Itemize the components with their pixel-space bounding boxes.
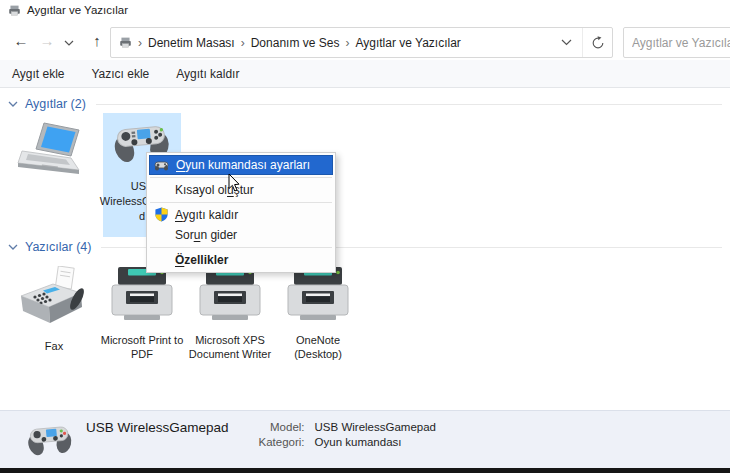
printer-tile-fax[interactable]: Fax: [10, 262, 98, 372]
printers-row: Fax Microsoft Print toPDF: [10, 262, 362, 372]
gamepad-icon: [26, 421, 74, 459]
search-input[interactable]: [623, 27, 730, 58]
details-device-title: USB WirelessGamepad: [86, 420, 229, 435]
menu-separator: [150, 247, 332, 248]
forward-icon[interactable]: →: [34, 32, 60, 49]
printer-label: Fax: [45, 339, 63, 353]
menu-item-create-shortcut[interactable]: Kısayol oluştur: [149, 180, 333, 200]
menu-item-troubleshoot[interactable]: Sorun gider: [149, 225, 333, 245]
devices-section-title[interactable]: Aygıtlar (2): [25, 97, 86, 111]
printer-label: Microsoft Print toPDF: [101, 333, 184, 361]
breadcrumb-item-control-panel[interactable]: Denetim Masası: [148, 36, 235, 50]
menu-item-label: Kısayol oluştur: [175, 183, 254, 197]
window-title: Aygıtlar ve Yazıcılar: [27, 4, 128, 16]
details-info-grid: Model: USB WirelessGamepad Kategori: Oyu…: [243, 421, 436, 448]
breadcrumb-item-hardware-sound[interactable]: Donanım ve Ses: [251, 36, 340, 50]
printer-icon: [281, 266, 355, 324]
gamepad-mini-icon: [154, 160, 169, 171]
details-pane: USB WirelessGamepad Model: USB WirelessG…: [0, 410, 730, 468]
address-bar[interactable]: › Denetim Masası › Donanım ve Ses › Aygı…: [110, 27, 613, 58]
uac-shield-icon: [154, 207, 169, 222]
window-titlebar: Aygıtlar ve Yazıcılar: [0, 0, 730, 20]
navigation-bar: ← → ↑ › Denetim Masası › Donanım ve Ses …: [0, 22, 730, 60]
menu-item-label: Oyun kumandası ayarları: [176, 158, 310, 172]
breadcrumb-separator: ›: [241, 36, 245, 50]
back-icon[interactable]: ←: [8, 32, 34, 49]
menu-item-game-controller-settings[interactable]: Oyun kumandası ayarları: [149, 155, 333, 175]
breadcrumb-item-devices-printers[interactable]: Aygıtlar ve Yazıcılar: [355, 36, 460, 50]
category-label: Kategori:: [243, 436, 305, 448]
model-value: USB WirelessGamepad: [315, 421, 436, 433]
printer-tile-print-to-pdf[interactable]: Microsoft Print toPDF: [98, 262, 186, 372]
printers-section-header: Yazıcılar (4): [8, 240, 722, 254]
location-icon: [119, 36, 132, 49]
collapse-chevron-icon[interactable]: [8, 101, 18, 107]
refresh-icon[interactable]: [582, 28, 612, 57]
menu-item-label: Özellikler: [175, 253, 228, 267]
up-icon[interactable]: ↑: [84, 32, 110, 49]
address-dropdown-icon[interactable]: [551, 39, 582, 46]
breadcrumb-separator: ›: [345, 36, 349, 50]
window-bottom-edge: [0, 468, 730, 473]
printer-icon: [105, 266, 179, 324]
menu-item-label: Sorun gider: [175, 228, 237, 242]
printer-icon: [193, 266, 267, 324]
printer-label: Microsoft XPSDocument Writer: [189, 333, 271, 361]
printer-tile-xps-writer[interactable]: Microsoft XPSDocument Writer: [186, 262, 274, 372]
device-tile-laptop[interactable]: [10, 112, 98, 236]
menu-separator: [150, 202, 332, 203]
history-chevron-icon[interactable]: [60, 32, 78, 49]
fax-icon: [15, 266, 93, 330]
mouse-cursor: [228, 174, 241, 196]
breadcrumb-separator: ›: [138, 36, 142, 50]
section-divider: [96, 104, 722, 105]
add-device-button[interactable]: Aygıt ekle: [12, 67, 64, 81]
remove-device-button[interactable]: Aygıtı kaldır: [176, 67, 239, 81]
menu-item-label: Aygıtı kaldır: [175, 208, 238, 222]
menu-separator: [150, 177, 332, 178]
devices-section-header: Aygıtlar (2): [8, 97, 722, 111]
menu-item-properties[interactable]: Özellikler: [149, 250, 333, 270]
model-label: Model:: [243, 421, 305, 433]
laptop-icon: [14, 120, 94, 188]
command-toolbar: Aygıt ekle Yazıcı ekle Aygıtı kaldır: [0, 60, 730, 88]
category-value: Oyun kumandası: [315, 436, 436, 448]
printers-section-title[interactable]: Yazıcılar (4): [25, 240, 91, 254]
collapse-chevron-icon[interactable]: [8, 244, 18, 250]
printer-tile-onenote[interactable]: OneNote(Desktop): [274, 262, 362, 372]
printer-label: OneNote(Desktop): [294, 333, 342, 361]
window-icon: [8, 4, 21, 17]
menu-item-remove-device[interactable]: Aygıtı kaldır: [149, 205, 333, 225]
context-menu: Oyun kumandası ayarları Kısayol oluştur …: [146, 152, 336, 273]
add-printer-button[interactable]: Yazıcı ekle: [91, 67, 149, 81]
